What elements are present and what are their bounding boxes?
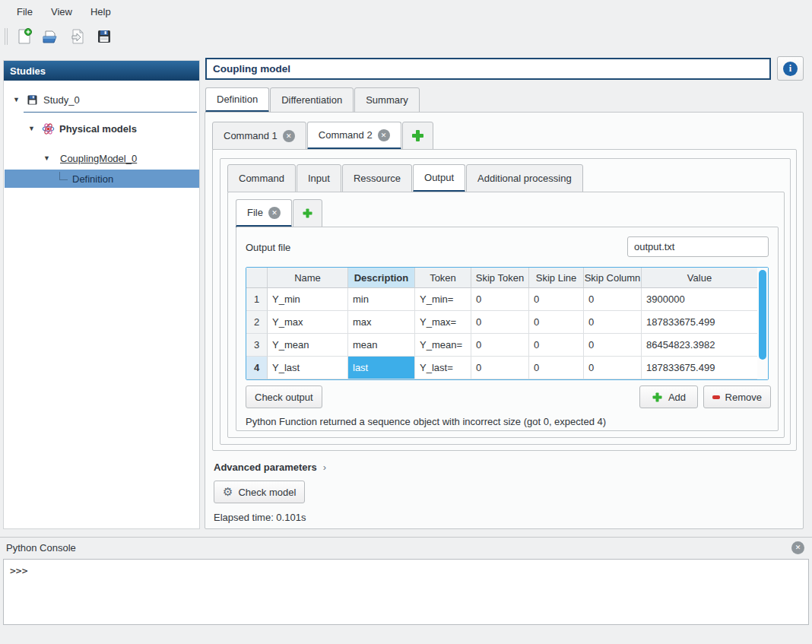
tree-item-physical-models[interactable]: ▼ Physical models bbox=[4, 119, 199, 138]
column-header-skip-line[interactable]: Skip Line bbox=[529, 268, 584, 288]
tab-command-2[interactable]: Command 2 ✕ bbox=[307, 122, 401, 150]
close-icon[interactable]: ✕ bbox=[378, 129, 390, 141]
tree-item-physical-models-label: Physical models bbox=[59, 123, 137, 135]
tab-summary[interactable]: Summary bbox=[354, 87, 420, 113]
tab-ressource[interactable]: Ressource bbox=[342, 164, 412, 192]
table-cell[interactable]: 0 bbox=[584, 311, 642, 334]
studies-tree: ▼ Study_0 ▼ Phy bbox=[4, 81, 199, 528]
table-cell[interactable]: 0 bbox=[471, 311, 529, 334]
tab-input-label: Input bbox=[308, 173, 330, 184]
row-header[interactable]: 2 bbox=[246, 311, 268, 334]
table-cell[interactable]: 187833675.499 bbox=[642, 311, 757, 334]
table-cell[interactable]: min bbox=[348, 288, 415, 311]
remove-label: Remove bbox=[725, 392, 762, 403]
close-icon[interactable]: ✕ bbox=[791, 541, 804, 554]
column-header-name[interactable]: Name bbox=[268, 268, 348, 288]
table-cell[interactable]: Y_max bbox=[268, 311, 348, 334]
tab-differentiation-label: Differentiation bbox=[281, 94, 342, 106]
table-cell[interactable]: mean bbox=[348, 334, 415, 357]
table-cell[interactable]: Y_mean bbox=[268, 334, 348, 357]
row-header[interactable]: 1 bbox=[246, 288, 268, 311]
toolbar-handle-icon[interactable] bbox=[5, 28, 8, 45]
table-cell[interactable]: 0 bbox=[529, 311, 584, 334]
chevron-right-icon: › bbox=[323, 462, 326, 473]
elapsed-time: Elapsed time: 0.101s bbox=[214, 512, 306, 523]
table-scrollbar[interactable] bbox=[757, 268, 768, 379]
output-table: Name Description Token Skip Token Skip L… bbox=[246, 267, 769, 380]
tab-additional-processing[interactable]: Additional processing bbox=[466, 164, 583, 192]
tab-output[interactable]: Output bbox=[413, 164, 465, 192]
table-cell[interactable]: 3900000 bbox=[642, 288, 757, 311]
scrollbar-thumb[interactable] bbox=[759, 270, 766, 360]
collapse-arrow-icon[interactable]: ▼ bbox=[43, 154, 54, 162]
row-header[interactable]: 4 bbox=[246, 357, 268, 379]
command-tabbar: Command 1 ✕ Command 2 ✕ bbox=[212, 122, 434, 150]
row-header[interactable]: 3 bbox=[246, 334, 268, 357]
column-header-skip-token[interactable]: Skip Token bbox=[471, 268, 529, 288]
new-study-button[interactable] bbox=[14, 26, 35, 47]
error-message: Python Function returned a sequence obje… bbox=[246, 416, 606, 427]
tab-differentiation[interactable]: Differentiation bbox=[270, 87, 354, 113]
table-cell[interactable]: 0 bbox=[471, 334, 529, 357]
table-cell[interactable]: 187833675.499 bbox=[642, 357, 757, 379]
advanced-parameters-toggle[interactable]: Advanced parameters› bbox=[214, 462, 326, 473]
studies-panel-title-label: Studies bbox=[10, 65, 46, 77]
menu-file[interactable]: File bbox=[8, 3, 42, 21]
table-cell[interactable]: Y_max= bbox=[415, 311, 471, 334]
model-name-input[interactable] bbox=[205, 58, 771, 80]
python-console-input[interactable]: >>> bbox=[3, 559, 809, 625]
tab-command[interactable]: Command bbox=[227, 164, 296, 192]
tab-file[interactable]: File ✕ bbox=[236, 199, 292, 227]
add-command-tab[interactable] bbox=[402, 122, 433, 150]
check-output-button[interactable]: Check output bbox=[246, 385, 322, 408]
column-header-skip-column[interactable]: Skip Column bbox=[584, 268, 642, 288]
close-icon[interactable]: ✕ bbox=[268, 207, 281, 219]
tab-command-1[interactable]: Command 1 ✕ bbox=[212, 122, 306, 150]
table-cell-selected[interactable]: last bbox=[348, 357, 415, 379]
save-button[interactable] bbox=[94, 26, 115, 47]
table-cell[interactable]: 0 bbox=[529, 288, 584, 311]
tree-separator bbox=[24, 112, 197, 113]
tree-item-definition[interactable]: Definition bbox=[5, 170, 199, 188]
add-file-tab[interactable] bbox=[293, 199, 322, 227]
tree-item-study[interactable]: ▼ Study_0 bbox=[4, 90, 199, 109]
menu-view[interactable]: View bbox=[42, 3, 81, 21]
table-cell[interactable]: 0 bbox=[471, 357, 529, 379]
table-cell[interactable]: 0 bbox=[584, 334, 642, 357]
definition-page: Command 1 ✕ Command 2 ✕ Command Input Re… bbox=[205, 112, 804, 529]
table-cell[interactable]: 0 bbox=[529, 334, 584, 357]
file-pane: Output file Name Description Token Skip … bbox=[236, 227, 779, 431]
table-cell[interactable]: 86454823.3982 bbox=[642, 334, 757, 357]
menu-help[interactable]: Help bbox=[81, 3, 120, 21]
tree-item-coupling-model[interactable]: ▼ CouplingModel_0 bbox=[4, 148, 199, 168]
tab-definition[interactable]: Definition bbox=[205, 87, 269, 113]
collapse-arrow-icon[interactable]: ▼ bbox=[28, 125, 39, 132]
table-cell[interactable]: Y_mean= bbox=[415, 334, 471, 357]
check-output-label: Check output bbox=[255, 392, 313, 403]
open-study-button[interactable] bbox=[40, 26, 62, 47]
column-header-token[interactable]: Token bbox=[415, 268, 471, 288]
table-cell[interactable]: 0 bbox=[529, 357, 584, 379]
add-button[interactable]: Add bbox=[639, 385, 698, 408]
column-header-value[interactable]: Value bbox=[642, 268, 757, 288]
output-file-input[interactable] bbox=[627, 236, 769, 257]
table-cell[interactable]: Y_last bbox=[268, 357, 348, 379]
tab-input[interactable]: Input bbox=[297, 164, 341, 192]
column-header-description[interactable]: Description bbox=[348, 268, 415, 288]
python-script-button[interactable] bbox=[67, 26, 88, 47]
table-cell[interactable]: max bbox=[348, 311, 415, 334]
table-cell[interactable]: 0 bbox=[584, 357, 642, 379]
studies-panel: Studies ▼ Study_0 ▼ bbox=[3, 60, 200, 529]
command-pane: Command Input Ressource Output Additiona… bbox=[212, 149, 797, 451]
command-inner-frame: Command Input Ressource Output Additiona… bbox=[220, 158, 791, 445]
collapse-arrow-icon[interactable]: ▼ bbox=[13, 96, 24, 103]
table-cell[interactable]: Y_last= bbox=[415, 357, 471, 379]
table-cell[interactable]: Y_min bbox=[268, 288, 348, 311]
table-cell[interactable]: 0 bbox=[471, 288, 529, 311]
remove-button[interactable]: Remove bbox=[703, 385, 771, 408]
close-icon[interactable]: ✕ bbox=[283, 130, 295, 142]
table-cell[interactable]: Y_min= bbox=[415, 288, 471, 311]
table-cell[interactable]: 0 bbox=[584, 288, 642, 311]
check-model-button[interactable]: ⚙ Check model bbox=[214, 481, 305, 503]
info-button[interactable]: i bbox=[777, 56, 804, 81]
